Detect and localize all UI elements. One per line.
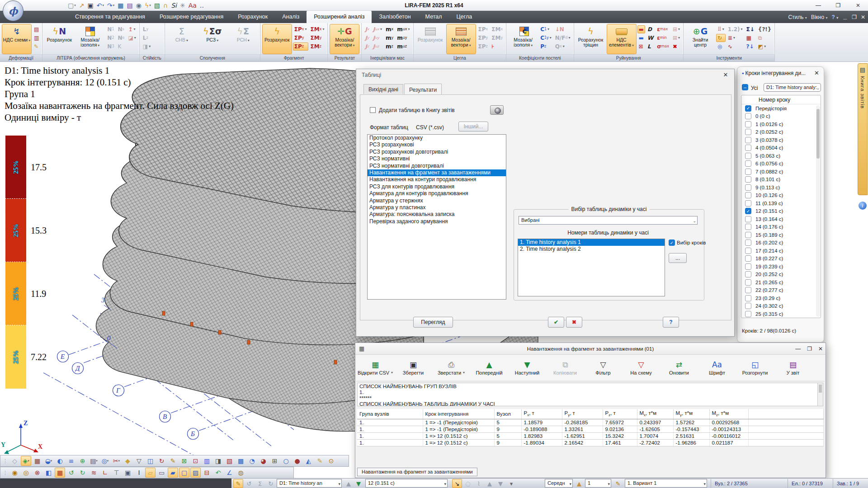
ribbon-small-button[interactable]: ≣▾ — [726, 34, 744, 42]
ribbon-tab[interactable]: Аналіз — [275, 11, 307, 23]
dialog-close-icon[interactable]: ✕ — [721, 70, 731, 80]
toolbar-icon[interactable]: ▥ — [202, 456, 212, 466]
table-row[interactable]: 1.1 => 12 (0.1512 с)51.82983-1.6295115.3… — [357, 432, 824, 439]
ribbon-small-button[interactable]: ΣMy — [490, 34, 504, 42]
3d-chart-icon[interactable]: ▧ — [154, 2, 160, 9]
ribbon-small-button[interactable]: ⊞▾ — [671, 34, 681, 42]
ribbon-small-button[interactable]: ↥▾ — [127, 25, 137, 33]
ribbon-small-button[interactable]: ◨▾ — [142, 42, 152, 51]
ribbon-small-button[interactable]: mux▾ — [396, 25, 411, 33]
ribbon-small-button[interactable]: ⊞▾ — [671, 25, 681, 33]
step-row[interactable]: ✓12 (0.151 с) — [741, 207, 821, 216]
overflow-icon[interactable]: ‥ — [200, 2, 204, 9]
table-toolbar-button[interactable]: ⎙Зверстати▾ — [432, 355, 470, 381]
toolbar-icon[interactable]: ▭ — [156, 468, 167, 478]
step-checkbox[interactable] — [745, 279, 751, 286]
format-icon[interactable]: Aa — [189, 2, 197, 9]
tables-list[interactable]: Протокол розрахункуРСЗ розрахунковіРСЗ р… — [367, 134, 506, 300]
toolbar-icon[interactable]: ◉ — [9, 468, 20, 478]
step-row[interactable]: 2 (0.0252 с) — [741, 128, 821, 136]
ribbon-big-button[interactable]: ϟΣРСН▾ — [228, 24, 258, 54]
toolbar-icon[interactable]: ◕ — [258, 456, 269, 466]
toolbar-icon[interactable]: ● — [292, 456, 302, 466]
ribbon-small-button[interactable]: Pz — [539, 42, 553, 51]
table-list-item[interactable]: Арматура для контурів продавлювання — [368, 190, 506, 197]
toolbar-icon[interactable]: ◭ — [303, 456, 314, 466]
info-scrollbar[interactable] — [817, 383, 823, 406]
dyn-table-item[interactable]: 2. Time history analysis 2 — [518, 246, 665, 253]
toolbar-icon[interactable]: ⊕ — [77, 456, 88, 466]
ribbon-small-button[interactable]: ?↓ — [745, 42, 756, 51]
toolbar-icon[interactable]: ◆ — [123, 456, 133, 466]
ribbon-small-button[interactable]: N/Fd▾ — [554, 34, 572, 42]
step-checkbox[interactable] — [745, 271, 751, 277]
step-checkbox[interactable] — [745, 129, 751, 135]
ribbon-small-button[interactable]: ΣPx▾ — [293, 25, 308, 33]
step-row[interactable]: 17 (0.214 с) — [741, 247, 821, 255]
step-row[interactable]: 22 (0.277 с) — [741, 286, 821, 295]
ribbon-small-button[interactable]: ⊦ — [490, 42, 504, 51]
step-checkbox[interactable] — [745, 263, 751, 270]
table-list-item[interactable]: РСЗ для контурів продавлювання — [368, 183, 506, 190]
ribbon-small-button[interactable]: {?!} — [757, 25, 773, 33]
ribbon-tab[interactable]: Цегла — [449, 11, 480, 23]
toolbar-icon[interactable]: ▢ — [179, 468, 189, 478]
toolbar-icon[interactable]: ✂▾ — [111, 456, 122, 466]
toolbar-icon[interactable]: ▣ — [123, 468, 133, 478]
help-menu[interactable]: ? ▾ — [831, 14, 838, 20]
step-checkbox[interactable] — [745, 160, 751, 167]
step-checkbox[interactable] — [745, 216, 751, 222]
statusbar-variant-dropdown[interactable]: 1. Вариант 1▾ — [625, 479, 707, 488]
step-checkbox[interactable] — [745, 137, 751, 143]
ribbon-small-button[interactable]: ▥ — [33, 34, 40, 42]
analysis-select-dropdown[interactable]: D1: Time history analy:⌄ — [764, 83, 821, 92]
steps-list[interactable]: ✓Передісторія0 (0 с)1 (0.0126 с)2 (0.025… — [741, 104, 821, 318]
dyn-tables-list[interactable]: 1. Time history analysis 12. Time histor… — [518, 239, 665, 296]
table-toolbar-button[interactable]: ▣Зберегти — [394, 355, 432, 381]
step-row[interactable]: 18 (0.227 с) — [741, 255, 821, 263]
ribbon-big-button[interactable]: НДС елементів▾ — [607, 24, 637, 54]
step-row[interactable]: 7 (0.0882 с) — [741, 168, 821, 176]
step-row[interactable]: 15 (0.189 с) — [741, 231, 821, 239]
report-book-tab[interactable]: ▤ Книга звітів — [858, 63, 868, 195]
ribbon-small-button[interactable]: ΣMx▾ — [309, 25, 326, 33]
ribbon-small-button[interactable]: Jx — [363, 25, 370, 33]
ribbon-small-button[interactable]: ⧉ — [757, 34, 773, 42]
ribbon-small-button[interactable]: εmax — [656, 25, 670, 33]
statusbar-count-dropdown[interactable]: 1▾ — [585, 479, 611, 488]
toolbar-icon[interactable]: ◔ — [247, 456, 257, 466]
tab-results[interactable]: Результати — [404, 84, 442, 94]
ribbon-small-button[interactable]: N2 — [106, 34, 115, 42]
ribbon-big-button[interactable]: ΣСНВ▾ — [167, 24, 197, 54]
ribbon-small-button[interactable]: W — [646, 34, 655, 42]
ribbon-small-button[interactable]: Juz — [372, 42, 383, 51]
toolbar-icon[interactable]: ◈▾ — [21, 456, 31, 466]
statusbar-analysis-dropdown[interactable]: D1: Time history an▾ — [277, 479, 342, 488]
step-checkbox[interactable] — [745, 248, 751, 254]
step-row[interactable]: 25 (0.315 с) — [741, 310, 821, 318]
toolbar-icon[interactable]: ◧ — [43, 468, 54, 478]
table-toolbar-button[interactable]: ▦Відкрити CSV▾ — [356, 355, 394, 381]
statusbar-icon[interactable]: ◌ — [463, 479, 473, 488]
ribbon-tab[interactable]: Залізобетон — [372, 11, 418, 23]
step-checkbox[interactable] — [745, 113, 751, 119]
ribbon-big-button[interactable]: Розрахунок — [415, 24, 445, 54]
toolbar-icon[interactable]: ◎ — [21, 468, 31, 478]
statusbar-icon[interactable]: ▼ — [495, 479, 505, 488]
table-toolbar-button[interactable]: ▼Наступний — [508, 355, 546, 381]
ribbon-small-button[interactable]: ▦ — [745, 34, 756, 42]
tab-input-data[interactable]: Вихідні дані — [363, 84, 403, 94]
step-checkbox[interactable] — [745, 200, 751, 206]
toolbar-icon[interactable]: ⊠ — [179, 456, 189, 466]
ribbon-small-button[interactable]: Ly — [142, 25, 152, 33]
ribbon-small-button[interactable]: N3 — [106, 42, 115, 51]
step-checkbox[interactable] — [745, 303, 751, 309]
ribbon-big-button[interactable]: ϟРозрахунок — [262, 24, 292, 54]
toolbar-icon[interactable]: ◫ — [145, 456, 156, 466]
tw-minimize-button[interactable]: — — [795, 343, 801, 355]
toolbar-icon[interactable]: ▦ — [32, 456, 42, 466]
results-grid[interactable]: Група вузлівКрок інтегруванняВузолPx, тP… — [357, 409, 824, 446]
all-steps-checkbox[interactable]: – — [742, 84, 748, 90]
step-row[interactable]: 0 (0 с) — [741, 113, 821, 121]
step-row[interactable]: ✓Передісторія — [741, 104, 821, 113]
